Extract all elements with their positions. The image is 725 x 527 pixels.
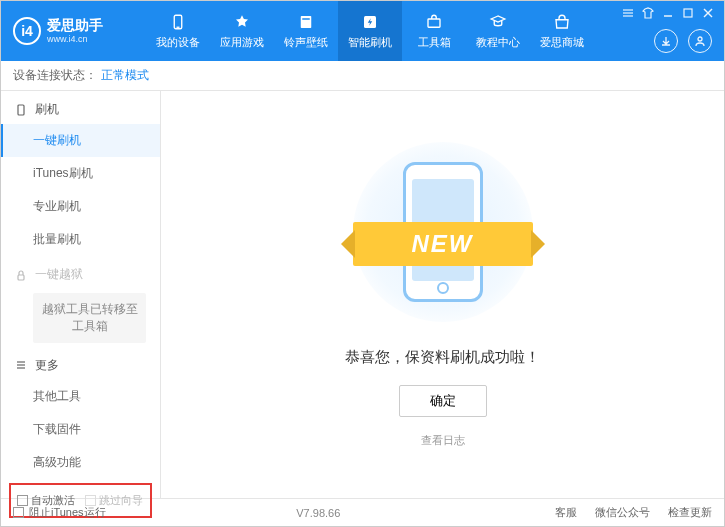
- logo: i4 爱思助手 www.i4.cn: [1, 17, 146, 45]
- sidebar-section-flash[interactable]: 刷机: [1, 91, 160, 124]
- svg-rect-3: [302, 18, 310, 20]
- flash-icon: [361, 13, 379, 31]
- sidebar-section-jailbreak: 一键越狱: [1, 256, 160, 289]
- sidebar-item-oneclick-flash[interactable]: 一键刷机: [1, 124, 160, 157]
- device-info[interactable]: iPhone 15 Pro Max 512GB iPhone: [1, 522, 160, 527]
- footer-link-wechat[interactable]: 微信公众号: [595, 505, 650, 520]
- app-title: 爱思助手: [47, 18, 103, 33]
- nav-label: 铃声壁纸: [284, 35, 328, 50]
- nav-label: 工具箱: [418, 35, 451, 50]
- view-log-link[interactable]: 查看日志: [421, 433, 465, 448]
- nav-flash[interactable]: 智能刷机: [338, 1, 402, 61]
- sidebar-item-other-tools[interactable]: 其他工具: [1, 380, 160, 413]
- nav-apps[interactable]: 应用游戏: [210, 1, 274, 61]
- close-icon[interactable]: [702, 7, 714, 19]
- svg-point-13: [698, 37, 702, 41]
- sidebar-section-more[interactable]: 更多: [1, 347, 160, 380]
- success-illustration: NEW: [343, 142, 543, 322]
- maximize-icon[interactable]: [682, 7, 694, 19]
- window-controls: [622, 7, 714, 19]
- nav-label: 我的设备: [156, 35, 200, 50]
- success-message: 恭喜您，保资料刷机成功啦！: [345, 348, 540, 367]
- status-value: 正常模式: [101, 67, 149, 84]
- svg-rect-10: [684, 9, 692, 17]
- sidebar: 刷机 一键刷机 iTunes刷机 专业刷机 批量刷机 一键越狱 越狱工具已转移至…: [1, 91, 161, 498]
- checkbox-block-itunes[interactable]: 阻止iTunes运行: [13, 505, 106, 520]
- checkbox-icon: [13, 507, 24, 518]
- lock-icon: [15, 269, 27, 281]
- app-url: www.i4.cn: [47, 34, 103, 44]
- tutorial-icon: [489, 13, 507, 31]
- sidebar-jailbreak-note[interactable]: 越狱工具已转移至工具箱: [33, 293, 146, 343]
- sidebar-item-download-firmware[interactable]: 下载固件: [1, 413, 160, 446]
- svg-rect-2: [301, 16, 312, 28]
- new-ribbon: NEW: [353, 222, 533, 266]
- nav-store[interactable]: 爱思商城: [530, 1, 594, 61]
- ringtone-icon: [297, 13, 315, 31]
- svg-rect-14: [18, 105, 24, 115]
- sidebar-item-pro-flash[interactable]: 专业刷机: [1, 190, 160, 223]
- nav-tutorials[interactable]: 教程中心: [466, 1, 530, 61]
- ok-button[interactable]: 确定: [399, 385, 487, 417]
- status-bar: 设备连接状态： 正常模式: [1, 61, 724, 91]
- svg-rect-15: [18, 275, 24, 280]
- version-label: V7.98.66: [296, 507, 364, 519]
- nav-label: 教程中心: [476, 35, 520, 50]
- sidebar-item-itunes-flash[interactable]: iTunes刷机: [1, 157, 160, 190]
- user-button[interactable]: [688, 29, 712, 53]
- main-content: NEW 恭喜您，保资料刷机成功啦！ 确定 查看日志: [161, 91, 724, 498]
- nav-my-device[interactable]: 我的设备: [146, 1, 210, 61]
- logo-icon: i4: [13, 17, 41, 45]
- checkbox-icon: [85, 495, 96, 506]
- sidebar-item-batch-flash[interactable]: 批量刷机: [1, 223, 160, 256]
- apps-icon: [233, 13, 251, 31]
- nav-toolbox[interactable]: 工具箱: [402, 1, 466, 61]
- status-label: 设备连接状态：: [13, 67, 97, 84]
- menu-icon[interactable]: [622, 7, 634, 19]
- phone-icon: [169, 13, 187, 31]
- sidebar-item-advanced[interactable]: 高级功能: [1, 446, 160, 479]
- nav-label: 爱思商城: [540, 35, 584, 50]
- svg-rect-5: [428, 19, 440, 27]
- flash-section-icon: [15, 104, 27, 116]
- more-section-icon: [15, 359, 27, 371]
- footer-link-update[interactable]: 检查更新: [668, 505, 712, 520]
- footer-link-support[interactable]: 客服: [555, 505, 577, 520]
- nav-label: 智能刷机: [348, 35, 392, 50]
- nav-ringtones[interactable]: 铃声壁纸: [274, 1, 338, 61]
- minimize-icon[interactable]: [662, 7, 674, 19]
- store-icon: [553, 13, 571, 31]
- toolbox-icon: [425, 13, 443, 31]
- nav-label: 应用游戏: [220, 35, 264, 50]
- skin-icon[interactable]: [642, 7, 654, 19]
- download-button[interactable]: [654, 29, 678, 53]
- app-header: i4 爱思助手 www.i4.cn 我的设备 应用游戏 铃声壁纸 智能刷机 工具…: [1, 1, 724, 61]
- checkbox-icon: [17, 495, 28, 506]
